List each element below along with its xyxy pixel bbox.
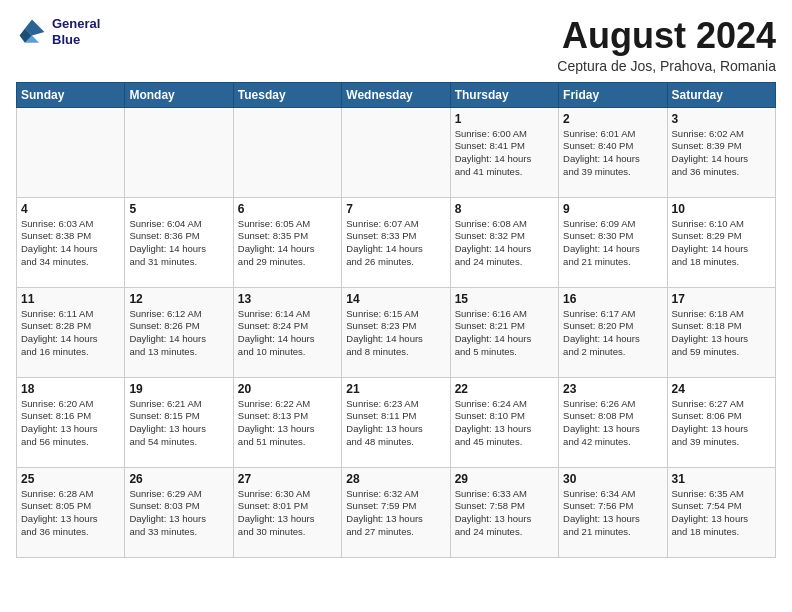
calendar-cell: 10Sunrise: 6:10 AM Sunset: 8:29 PM Dayli… (667, 197, 775, 287)
day-header-tuesday: Tuesday (233, 82, 341, 107)
month-year: August 2024 (557, 16, 776, 56)
day-number: 8 (455, 202, 554, 216)
day-number: 24 (672, 382, 771, 396)
day-number: 28 (346, 472, 445, 486)
day-number: 31 (672, 472, 771, 486)
calendar-cell: 8Sunrise: 6:08 AM Sunset: 8:32 PM Daylig… (450, 197, 558, 287)
cell-content: Sunrise: 6:04 AM Sunset: 8:36 PM Dayligh… (129, 218, 228, 269)
calendar-cell: 24Sunrise: 6:27 AM Sunset: 8:06 PM Dayli… (667, 377, 775, 467)
day-number: 13 (238, 292, 337, 306)
day-number: 15 (455, 292, 554, 306)
calendar-cell: 23Sunrise: 6:26 AM Sunset: 8:08 PM Dayli… (559, 377, 667, 467)
calendar-cell: 30Sunrise: 6:34 AM Sunset: 7:56 PM Dayli… (559, 467, 667, 557)
calendar-cell (342, 107, 450, 197)
calendar-cell: 21Sunrise: 6:23 AM Sunset: 8:11 PM Dayli… (342, 377, 450, 467)
cell-content: Sunrise: 6:00 AM Sunset: 8:41 PM Dayligh… (455, 128, 554, 179)
cell-content: Sunrise: 6:33 AM Sunset: 7:58 PM Dayligh… (455, 488, 554, 539)
calendar-cell: 18Sunrise: 6:20 AM Sunset: 8:16 PM Dayli… (17, 377, 125, 467)
cell-content: Sunrise: 6:15 AM Sunset: 8:23 PM Dayligh… (346, 308, 445, 359)
calendar-cell: 19Sunrise: 6:21 AM Sunset: 8:15 PM Dayli… (125, 377, 233, 467)
calendar-cell: 27Sunrise: 6:30 AM Sunset: 8:01 PM Dayli… (233, 467, 341, 557)
day-number: 9 (563, 202, 662, 216)
day-number: 21 (346, 382, 445, 396)
calendar-cell: 25Sunrise: 6:28 AM Sunset: 8:05 PM Dayli… (17, 467, 125, 557)
week-row-2: 4Sunrise: 6:03 AM Sunset: 8:38 PM Daylig… (17, 197, 776, 287)
cell-content: Sunrise: 6:01 AM Sunset: 8:40 PM Dayligh… (563, 128, 662, 179)
cell-content: Sunrise: 6:29 AM Sunset: 8:03 PM Dayligh… (129, 488, 228, 539)
cell-content: Sunrise: 6:10 AM Sunset: 8:29 PM Dayligh… (672, 218, 771, 269)
cell-content: Sunrise: 6:14 AM Sunset: 8:24 PM Dayligh… (238, 308, 337, 359)
day-number: 18 (21, 382, 120, 396)
day-header-wednesday: Wednesday (342, 82, 450, 107)
day-number: 6 (238, 202, 337, 216)
cell-content: Sunrise: 6:24 AM Sunset: 8:10 PM Dayligh… (455, 398, 554, 449)
day-header-thursday: Thursday (450, 82, 558, 107)
day-number: 12 (129, 292, 228, 306)
calendar-cell: 13Sunrise: 6:14 AM Sunset: 8:24 PM Dayli… (233, 287, 341, 377)
calendar-cell: 17Sunrise: 6:18 AM Sunset: 8:18 PM Dayli… (667, 287, 775, 377)
logo-text: General Blue (52, 16, 100, 47)
cell-content: Sunrise: 6:07 AM Sunset: 8:33 PM Dayligh… (346, 218, 445, 269)
day-number: 3 (672, 112, 771, 126)
logo-icon (16, 16, 48, 48)
cell-content: Sunrise: 6:22 AM Sunset: 8:13 PM Dayligh… (238, 398, 337, 449)
day-number: 19 (129, 382, 228, 396)
calendar-cell: 12Sunrise: 6:12 AM Sunset: 8:26 PM Dayli… (125, 287, 233, 377)
day-number: 22 (455, 382, 554, 396)
cell-content: Sunrise: 6:28 AM Sunset: 8:05 PM Dayligh… (21, 488, 120, 539)
day-number: 16 (563, 292, 662, 306)
logo: General Blue (16, 16, 100, 48)
day-number: 20 (238, 382, 337, 396)
calendar-cell: 22Sunrise: 6:24 AM Sunset: 8:10 PM Dayli… (450, 377, 558, 467)
day-header-sunday: Sunday (17, 82, 125, 107)
day-number: 2 (563, 112, 662, 126)
cell-content: Sunrise: 6:35 AM Sunset: 7:54 PM Dayligh… (672, 488, 771, 539)
cell-content: Sunrise: 6:23 AM Sunset: 8:11 PM Dayligh… (346, 398, 445, 449)
day-number: 27 (238, 472, 337, 486)
cell-content: Sunrise: 6:03 AM Sunset: 8:38 PM Dayligh… (21, 218, 120, 269)
week-row-3: 11Sunrise: 6:11 AM Sunset: 8:28 PM Dayli… (17, 287, 776, 377)
cell-content: Sunrise: 6:32 AM Sunset: 7:59 PM Dayligh… (346, 488, 445, 539)
day-number: 1 (455, 112, 554, 126)
day-number: 17 (672, 292, 771, 306)
calendar-cell: 28Sunrise: 6:32 AM Sunset: 7:59 PM Dayli… (342, 467, 450, 557)
cell-content: Sunrise: 6:26 AM Sunset: 8:08 PM Dayligh… (563, 398, 662, 449)
day-number: 26 (129, 472, 228, 486)
cell-content: Sunrise: 6:09 AM Sunset: 8:30 PM Dayligh… (563, 218, 662, 269)
day-header-monday: Monday (125, 82, 233, 107)
day-number: 25 (21, 472, 120, 486)
cell-content: Sunrise: 6:05 AM Sunset: 8:35 PM Dayligh… (238, 218, 337, 269)
calendar-cell: 31Sunrise: 6:35 AM Sunset: 7:54 PM Dayli… (667, 467, 775, 557)
calendar-cell: 15Sunrise: 6:16 AM Sunset: 8:21 PM Dayli… (450, 287, 558, 377)
cell-content: Sunrise: 6:34 AM Sunset: 7:56 PM Dayligh… (563, 488, 662, 539)
calendar-cell: 1Sunrise: 6:00 AM Sunset: 8:41 PM Daylig… (450, 107, 558, 197)
calendar-cell: 5Sunrise: 6:04 AM Sunset: 8:36 PM Daylig… (125, 197, 233, 287)
calendar-cell (125, 107, 233, 197)
cell-content: Sunrise: 6:08 AM Sunset: 8:32 PM Dayligh… (455, 218, 554, 269)
calendar-cell: 11Sunrise: 6:11 AM Sunset: 8:28 PM Dayli… (17, 287, 125, 377)
cell-content: Sunrise: 6:11 AM Sunset: 8:28 PM Dayligh… (21, 308, 120, 359)
cell-content: Sunrise: 6:20 AM Sunset: 8:16 PM Dayligh… (21, 398, 120, 449)
week-row-4: 18Sunrise: 6:20 AM Sunset: 8:16 PM Dayli… (17, 377, 776, 467)
calendar-cell (17, 107, 125, 197)
calendar-cell: 29Sunrise: 6:33 AM Sunset: 7:58 PM Dayli… (450, 467, 558, 557)
day-number: 5 (129, 202, 228, 216)
day-number: 11 (21, 292, 120, 306)
cell-content: Sunrise: 6:30 AM Sunset: 8:01 PM Dayligh… (238, 488, 337, 539)
day-number: 14 (346, 292, 445, 306)
calendar-cell: 14Sunrise: 6:15 AM Sunset: 8:23 PM Dayli… (342, 287, 450, 377)
calendar-cell: 2Sunrise: 6:01 AM Sunset: 8:40 PM Daylig… (559, 107, 667, 197)
week-row-1: 1Sunrise: 6:00 AM Sunset: 8:41 PM Daylig… (17, 107, 776, 197)
calendar-table: SundayMondayTuesdayWednesdayThursdayFrid… (16, 82, 776, 558)
calendar-cell: 26Sunrise: 6:29 AM Sunset: 8:03 PM Dayli… (125, 467, 233, 557)
calendar-header-row: SundayMondayTuesdayWednesdayThursdayFrid… (17, 82, 776, 107)
calendar-cell (233, 107, 341, 197)
cell-content: Sunrise: 6:21 AM Sunset: 8:15 PM Dayligh… (129, 398, 228, 449)
day-number: 10 (672, 202, 771, 216)
location: Ceptura de Jos, Prahova, Romania (557, 58, 776, 74)
day-header-saturday: Saturday (667, 82, 775, 107)
cell-content: Sunrise: 6:02 AM Sunset: 8:39 PM Dayligh… (672, 128, 771, 179)
day-number: 29 (455, 472, 554, 486)
day-header-friday: Friday (559, 82, 667, 107)
calendar-cell: 16Sunrise: 6:17 AM Sunset: 8:20 PM Dayli… (559, 287, 667, 377)
